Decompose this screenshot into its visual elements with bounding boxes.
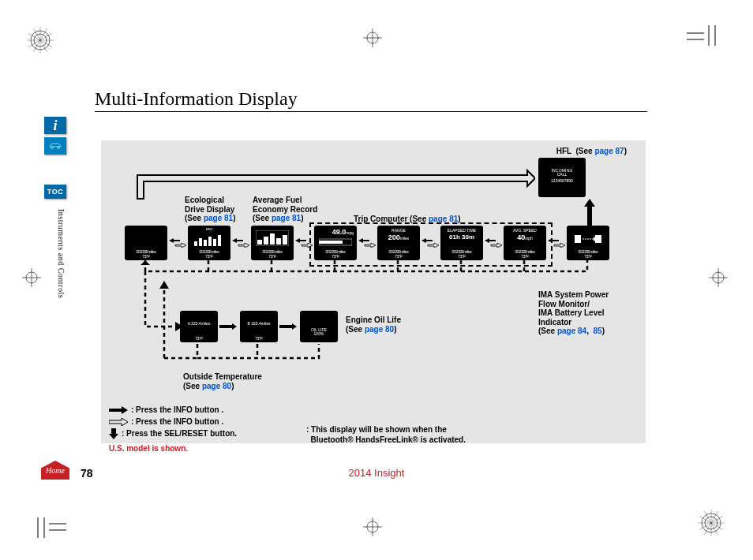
link-page-81-avg[interactable]: page 81 <box>272 214 301 222</box>
toc-label: TOC <box>47 188 63 196</box>
section-name-vertical: Instruments and Controls <box>57 209 66 298</box>
arrow-filled-icon <box>109 406 128 414</box>
svg-marker-55 <box>169 238 180 243</box>
svg-rect-42 <box>213 239 216 246</box>
svg-rect-49 <box>283 235 287 245</box>
svg-rect-47 <box>270 233 275 245</box>
svg-rect-45 <box>257 240 262 245</box>
svg-point-37 <box>58 147 60 149</box>
svg-marker-77 <box>109 428 118 439</box>
legend-info-outline: : Press the INFO button . <box>131 416 223 427</box>
label-oil: Engine Oil Life (See page 80) <box>346 315 401 334</box>
registration-mark-bottom-center <box>363 517 382 536</box>
registration-mark-left-center <box>22 268 41 287</box>
tile-avg-fuel: 002300miles73°F <box>251 226 294 260</box>
label-avg-fuel: Average Fuel Economy Record (See page 81… <box>253 196 317 223</box>
svg-rect-46 <box>264 237 268 245</box>
label-ima: IMA System Power Flow Monitor/ IMA Batte… <box>538 290 633 336</box>
crop-mark-top-right <box>687 25 718 57</box>
svg-marker-68 <box>554 243 565 248</box>
legend-sel-reset: : Press the SEL/RESET button. <box>122 427 237 439</box>
legend: : Press the INFO button . : Press the IN… <box>109 404 237 454</box>
svg-rect-41 <box>208 237 212 246</box>
registration-mark-top-left <box>27 27 54 54</box>
svg-marker-56 <box>175 243 186 248</box>
tab-vehicle[interactable] <box>44 137 66 155</box>
svg-rect-48 <box>276 238 281 245</box>
svg-rect-39 <box>199 238 202 246</box>
arrow-ima-to-hfl <box>584 199 595 226</box>
svg-marker-76 <box>109 418 128 426</box>
svg-marker-59 <box>295 238 306 243</box>
link-page-84[interactable]: page 84 <box>557 327 586 335</box>
svg-rect-52 <box>575 235 581 243</box>
svg-marker-75 <box>109 406 128 414</box>
svg-point-36 <box>51 147 54 149</box>
tile-eco: eco 002300miles73°F <box>188 226 230 260</box>
hfl-line3: 1234567890 <box>541 179 583 183</box>
registration-mark-top-center <box>363 28 382 47</box>
svg-marker-74 <box>159 281 169 289</box>
car-icon <box>47 139 63 153</box>
tile-ima: 002300miles73°F <box>567 226 609 260</box>
tile-main: 002300miles73°F <box>125 226 167 260</box>
svg-rect-40 <box>204 240 207 246</box>
link-page-87[interactable]: page 87 <box>594 147 624 155</box>
tab-info[interactable]: i <box>44 117 66 134</box>
tile-hfl: INCOMING CALL 1234567890 <box>538 158 586 197</box>
link-page-81-eco[interactable]: page 81 <box>204 214 233 222</box>
crop-mark-bottom-left <box>35 506 66 538</box>
registration-mark-bottom-right <box>698 510 725 536</box>
arrow-down-icon <box>109 428 118 439</box>
tab-toc[interactable]: TOC <box>44 185 66 199</box>
info-icon: i <box>53 118 57 134</box>
svg-marker-57 <box>232 238 243 243</box>
link-page-85[interactable]: 85 <box>594 327 602 335</box>
dashed-path-bottom <box>140 260 346 371</box>
diagram-panel: HFL (See page 87) INCOMING CALL 12345678… <box>101 140 646 443</box>
link-page-80-oil[interactable]: page 80 <box>365 325 394 334</box>
label-outside-temp: Outside Temperature (See page 80) <box>183 372 262 390</box>
us-model-note: U.S. model is shown. <box>109 442 237 454</box>
svg-marker-69 <box>584 199 595 226</box>
registration-mark-right-center <box>709 268 728 287</box>
hfl-line2: CALL <box>541 173 583 177</box>
bluetooth-note: : This display will be shown when the Bl… <box>306 424 466 445</box>
svg-marker-73 <box>175 322 183 331</box>
nav-arrows-1 <box>169 238 186 248</box>
nav-arrows-2 <box>232 238 249 248</box>
vehicle-label: 2014 Insight <box>0 467 753 479</box>
arrow-outline-icon <box>109 418 128 426</box>
svg-rect-43 <box>218 235 221 246</box>
legend-info-filled: : Press the INFO button . <box>131 404 223 416</box>
link-page-80-temp[interactable]: page 80 <box>202 382 231 390</box>
label-ecological: Ecological Drive Display (See page 81) <box>185 196 236 223</box>
svg-rect-38 <box>194 241 197 246</box>
page-title: Multi-Information Display <box>95 88 647 112</box>
svg-marker-58 <box>238 243 249 248</box>
label-hfl: HFL (See page 87) <box>556 147 627 156</box>
